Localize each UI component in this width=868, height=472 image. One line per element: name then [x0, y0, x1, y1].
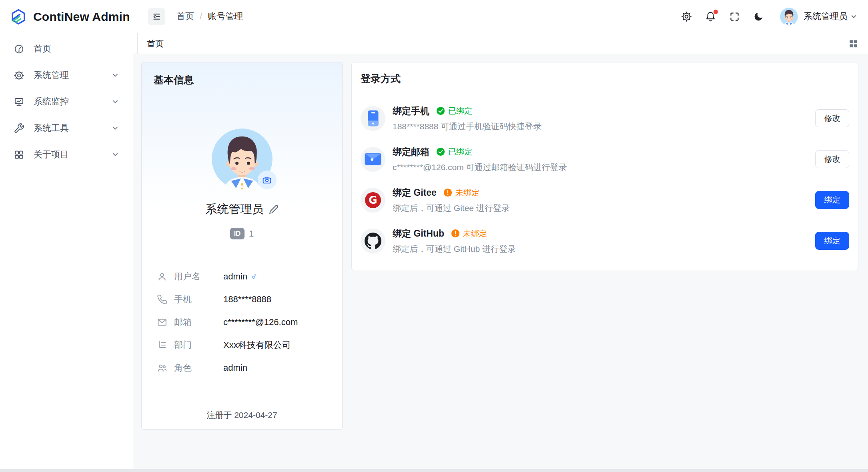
method-body: 绑定邮箱 已绑定 c********@126.com 可通过邮箱验证码进行登录 [393, 146, 567, 173]
chevron-down-icon[interactable] [850, 13, 858, 20]
method-desc: 绑定后，可通过 Gitee 进行登录 [393, 203, 510, 214]
breadcrumb: 首页 / 账号管理 [176, 10, 243, 22]
sidebar-item-system-tools[interactable]: 系统工具 [6, 117, 127, 139]
method-title: 绑定手机 [393, 105, 429, 117]
field-label: 用户名 [174, 271, 214, 283]
method-gitee: G 绑定 Gitee 未绑定 绑定后，可通过 Gitee 进行登录 [361, 184, 849, 216]
users-icon [157, 363, 167, 373]
content-area: 基本信息 系统管理员 [133, 54, 868, 469]
method-desc: 188****8888 可通过手机验证码快捷登录 [393, 121, 541, 132]
status-badge: 未绑定 [451, 228, 487, 239]
sidebar-item-about[interactable]: 关于项目 [6, 143, 127, 166]
method-github: 绑定 GitHub 未绑定 绑定后，可通过 GitHub 进行登录 绑定 [361, 225, 849, 257]
user-avatar[interactable] [780, 8, 798, 26]
mail-envelope-icon [361, 147, 385, 172]
gear-icon [681, 11, 692, 22]
basic-info-title: 基本信息 [142, 62, 342, 86]
field-value: admin [223, 363, 247, 373]
modify-email-button[interactable]: 修改 [815, 150, 849, 168]
login-methods-list: 绑定手机 已绑定 188****8888 可通过手机验证码快捷登录 修改 [361, 102, 849, 257]
github-octocat-glyph [365, 233, 381, 249]
check-circle-icon [436, 147, 445, 156]
chevron-down-icon [111, 98, 119, 106]
bind-gitee-button[interactable]: 绑定 [815, 191, 849, 209]
sidebar-nav: 首页 系统管理 系统监控 系统工具 [0, 33, 133, 170]
modify-phone-button[interactable]: 修改 [815, 109, 849, 127]
field-label: 邮箱 [174, 316, 214, 328]
app-window: ContiNew Admin 首页 系统管理 系 [0, 0, 868, 469]
status-badge: 已绑定 [436, 147, 472, 157]
field-label: 手机 [174, 293, 214, 305]
status-badge: 已绑定 [436, 106, 472, 116]
method-phone: 绑定手机 已绑定 188****8888 可通过手机验证码快捷登录 修改 [361, 102, 849, 135]
camera-icon [262, 175, 272, 185]
gitee-logo-icon: G [361, 188, 385, 213]
profile-name: 系统管理员 [206, 201, 264, 217]
field-email: 邮箱 c********@126.com [157, 311, 327, 333]
tab-actions-grid-icon[interactable] [848, 38, 858, 49]
topbar: 首页 / 账号管理 [133, 0, 868, 33]
breadcrumb-home[interactable]: 首页 [176, 10, 194, 22]
monitor-icon [14, 96, 24, 107]
breadcrumb-current: 账号管理 [208, 10, 243, 22]
sidebar-item-label: 首页 [34, 43, 51, 55]
profile-avatar-wrap [212, 129, 273, 189]
wrench-icon [14, 123, 24, 134]
check-circle-icon [436, 106, 445, 115]
field-role: 角色 admin [157, 356, 327, 379]
user-icon [157, 271, 167, 282]
sidebar-item-home[interactable]: 首页 [6, 38, 127, 60]
field-label: 部门 [174, 339, 214, 351]
gear-icon [14, 70, 24, 81]
app-title: ContiNew Admin [33, 10, 130, 24]
fullscreen-button[interactable] [729, 11, 740, 22]
topbar-actions: 系统管理员 [668, 8, 858, 26]
chevron-down-icon [111, 151, 119, 159]
basic-info-card: 基本信息 系统管理员 [141, 62, 343, 430]
dark-mode-toggle[interactable] [753, 11, 764, 22]
change-avatar-button[interactable] [258, 171, 277, 189]
field-value: c********@126.com [223, 317, 298, 327]
bind-github-button[interactable]: 绑定 [815, 232, 849, 250]
gitee-letter: G [365, 192, 381, 208]
method-title: 绑定 Gitee [393, 187, 437, 199]
envelope-glyph [365, 153, 381, 165]
sidebar-collapse-button[interactable] [148, 8, 165, 25]
chevron-down-icon [111, 124, 119, 132]
status-text: 已绑定 [448, 147, 472, 157]
notifications-button[interactable] [705, 11, 716, 22]
sidebar-item-label: 系统工具 [34, 122, 69, 134]
edit-name-icon[interactable] [269, 205, 279, 214]
phone-icon [157, 294, 167, 305]
phone-device-icon [361, 106, 385, 131]
sidebar-item-label: 关于项目 [34, 149, 69, 161]
method-body: 绑定 Gitee 未绑定 绑定后，可通过 Gitee 进行登录 [393, 187, 510, 214]
field-username: 用户名 admin ♂ [157, 265, 327, 288]
male-gender-icon: ♂ [251, 271, 258, 282]
status-badge: 未绑定 [443, 187, 479, 198]
tree-list-icon [157, 340, 167, 350]
method-title: 绑定 GitHub [393, 227, 444, 240]
grid-icon [14, 149, 24, 160]
smartphone-glyph [368, 110, 379, 127]
field-value: admin [223, 271, 247, 282]
sidebar-item-system-monitor[interactable]: 系统监控 [6, 90, 127, 113]
tab-home[interactable]: 首页 [137, 33, 173, 54]
login-methods-title: 登录方式 [361, 72, 849, 85]
sidebar-item-system-management[interactable]: 系统管理 [6, 64, 127, 86]
app-logo-icon [10, 8, 27, 25]
tabbar: 首页 [133, 33, 868, 54]
exclamation-circle-icon [451, 229, 460, 238]
breadcrumb-separator: / [200, 11, 202, 22]
window-bottom-edge [0, 469, 868, 472]
user-name[interactable]: 系统管理员 [804, 10, 848, 22]
logo-row[interactable]: ContiNew Admin [0, 0, 133, 33]
method-title: 绑定邮箱 [393, 146, 429, 158]
login-methods-card: 登录方式 绑定手机 [351, 62, 858, 270]
method-email: 绑定邮箱 已绑定 c********@126.com 可通过邮箱验证码进行登录 … [361, 143, 849, 175]
settings-button[interactable] [681, 11, 692, 22]
chevron-down-icon [111, 71, 119, 79]
fullscreen-icon [729, 11, 740, 22]
avatar-image [780, 8, 798, 26]
method-desc: 绑定后，可通过 GitHub 进行登录 [393, 243, 516, 255]
